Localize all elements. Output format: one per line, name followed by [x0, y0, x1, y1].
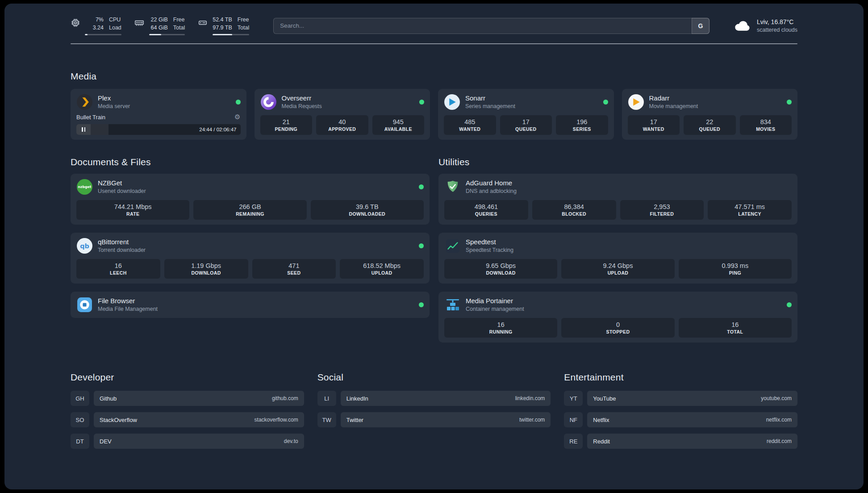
bookmark-stackoverflow[interactable]: SO StackOverflow stackoverflow.com [71, 412, 304, 427]
bookmark-group-social: Social LI LinkedIn linkedin.com TW Twitt… [317, 343, 551, 449]
bookmark-netflix[interactable]: NF Netflix netflix.com [564, 412, 797, 427]
service-card-sonarr[interactable]: Sonarr Series management 485 WANTED 17 Q… [438, 89, 614, 140]
bookmark-link[interactable]: Github github.com [94, 391, 304, 406]
service-card-nzbget[interactable]: nzbget NZBGet Usenet downloader 744.21 M… [71, 174, 430, 225]
stats-row: 498,461 QUERIES 86,384 BLOCKED 2,953 FIL… [444, 200, 792, 220]
service-name: Sonarr [465, 94, 515, 103]
memory-free-value: 22 GiB [151, 16, 168, 24]
bookmark-link[interactable]: Reddit reddit.com [587, 434, 797, 449]
service-card-plex[interactable]: Plex Media server Bullet Train ⚙ 24:44 /… [71, 89, 246, 140]
stat-value: 471 [254, 262, 334, 269]
stat-value: 485 [446, 118, 494, 125]
service-card-radarr[interactable]: Radarr Movie management 17 WANTED 22 QUE… [622, 89, 798, 140]
playback-progress-bar[interactable]: 24:44 / 02:06:47 [76, 124, 241, 135]
bookmark-link[interactable]: YouTube youtube.com [587, 391, 797, 406]
stat-label: DOWNLOAD [446, 270, 555, 276]
bookmark-youtube[interactable]: YT YouTube youtube.com [564, 391, 797, 406]
search-input[interactable] [273, 18, 709, 34]
stat-value: 17 [502, 118, 551, 125]
service-subtitle: Movie management [649, 103, 698, 110]
service-card-speedtest[interactable]: Speedtest Speedtest Tracking 9.65 Gbps D… [438, 233, 797, 284]
stat-label: DOWNLOAD [166, 270, 246, 276]
service-card-filebrowser[interactable]: File Browser Media File Management [71, 292, 430, 318]
stat-value: 2,953 [622, 203, 702, 210]
bookmark-name: Twitter [346, 417, 363, 423]
service-name: Overseerr [282, 94, 322, 103]
service-meta: Plex Media server [98, 94, 130, 110]
disk-free-label: Free [238, 16, 249, 24]
search-provider-button[interactable]: G [692, 18, 709, 34]
service-card-adguard[interactable]: AdGuard Home DNS and adblocking 498,461 … [438, 174, 797, 225]
service-name: NZBGet [98, 179, 146, 188]
cpu-load-value: 3.24 [93, 24, 104, 32]
stat-label: REMAINING [195, 211, 305, 217]
middle-columns: Documents & Files nzbget NZBGet Usenet d… [71, 140, 797, 343]
bookmark-link[interactable]: Netflix netflix.com [587, 412, 797, 427]
service-header: Overseerr Media Requests [260, 94, 425, 110]
stat-value: 834 [742, 118, 790, 125]
service-meta: NZBGet Usenet downloader [98, 179, 146, 195]
stat-label: AVAILABLE [374, 126, 423, 132]
stat-value: 22 [685, 118, 734, 125]
cloud-icon [734, 20, 751, 33]
service-card-qbittorrent[interactable]: qb qBittorrent Torrent downloader 16 LEE… [71, 233, 430, 284]
portainer-icon [444, 297, 461, 313]
stat-label: WANTED [630, 126, 678, 132]
memory-widget: 22 GiB 64 GiB Free Total [134, 16, 185, 35]
bookmark-url: stackoverflow.com [255, 417, 298, 423]
bookmark-link[interactable]: LinkedIn linkedin.com [341, 391, 551, 406]
weather-widget[interactable]: Lviv, 16.87°C scattered clouds [734, 18, 797, 34]
bookmark-link[interactable]: StackOverflow stackoverflow.com [94, 412, 304, 427]
service-name: qBittorrent [98, 238, 146, 246]
cpu-readout: 7% 3.24 CPU Load [85, 16, 121, 35]
status-online-dot [236, 100, 241, 104]
bookmark-twitter[interactable]: TW Twitter twitter.com [317, 412, 551, 427]
bookmark-abbr: RE [564, 434, 583, 449]
stat-available: 945 AVAILABLE [372, 115, 425, 135]
weather-text: Lviv, 16.87°C scattered clouds [757, 18, 797, 34]
status-online-dot [419, 302, 424, 307]
stats-row: 9.65 Gbps DOWNLOAD 9.24 Gbps UPLOAD 0.99… [444, 259, 792, 279]
status-online-dot [419, 243, 424, 248]
service-header: Sonarr Series management [444, 94, 608, 110]
stat-label: SEED [254, 270, 334, 276]
weather-condition: scattered clouds [757, 26, 797, 34]
now-playing-title: Bullet Train [76, 114, 105, 121]
settings-gear-icon[interactable]: ⚙ [234, 113, 240, 121]
adguard-shield-icon [444, 179, 461, 195]
stat-value: 1.19 Gbps [166, 262, 246, 269]
stat-label: SERIES [558, 126, 606, 132]
stat-approved: 40 APPROVED [316, 115, 368, 135]
speedtest-icon [444, 238, 461, 254]
bookmark-abbr: GH [71, 391, 89, 406]
service-card-portainer[interactable]: Media Portainer Container management 16 … [438, 292, 797, 343]
section-title-entertainment: Entertainment [564, 372, 797, 383]
service-card-overseerr[interactable]: Overseerr Media Requests 21 PENDING 40 A… [255, 89, 430, 140]
stats-row: 16 LEECH 1.19 Gbps DOWNLOAD 471 SEED 618… [76, 259, 424, 279]
stat-rate: 744.21 Mbps RATE [76, 200, 189, 220]
status-online-dot [603, 100, 608, 104]
bookmark-dev[interactable]: DT DEV dev.to [71, 434, 304, 449]
stat-download: 9.65 Gbps DOWNLOAD [444, 259, 557, 279]
bookmark-link[interactable]: Twitter twitter.com [341, 412, 551, 427]
stat-value: 16 [446, 321, 555, 328]
disk-icon [197, 18, 208, 28]
bookmark-url: dev.to [284, 438, 298, 444]
bookmark-link[interactable]: DEV dev.to [94, 434, 304, 449]
stat-value: 945 [374, 118, 423, 125]
service-meta: AdGuard Home DNS and adblocking [466, 179, 517, 195]
bookmark-github[interactable]: GH Github github.com [71, 391, 304, 406]
bookmark-group-entertainment: Entertainment YT YouTube youtube.com NF … [564, 343, 797, 449]
service-header: Speedtest Speedtest Tracking [444, 238, 792, 254]
pause-button[interactable] [76, 124, 91, 135]
bookmark-linkedin[interactable]: LI LinkedIn linkedin.com [317, 391, 551, 406]
service-subtitle: Media server [98, 103, 130, 110]
plex-now-playing: Bullet Train ⚙ 24:44 / 02:06:47 [76, 110, 241, 135]
bookmark-reddit[interactable]: RE Reddit reddit.com [564, 434, 797, 449]
stat-latency: 47.571 ms LATENCY [708, 200, 792, 220]
stat-leech: 16 LEECH [76, 259, 160, 279]
stat-value: 498,461 [446, 203, 526, 210]
service-meta: Sonarr Series management [465, 94, 515, 110]
dashboard-page: 7% 3.24 CPU Load [4, 4, 864, 489]
stat-value: 47.571 ms [709, 203, 790, 210]
